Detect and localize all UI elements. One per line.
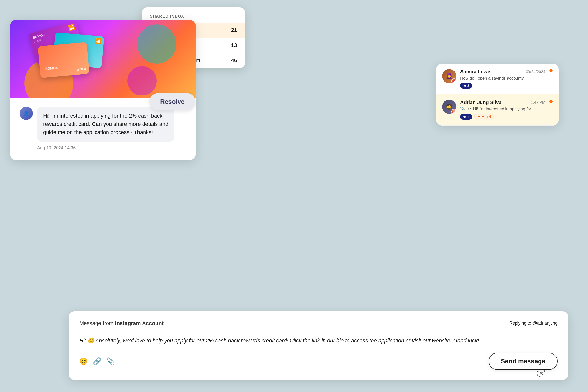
message-composer-card: Message from Instagram Account Replying … (68, 312, 568, 380)
adrian-name: Adrian Jung Silva (460, 100, 502, 105)
adrian-star-badge: ★ 1 (460, 114, 472, 120)
chat-message-text: Hi! I'm interested in applying for the 2… (43, 113, 168, 136)
avatar: 👤 (20, 107, 33, 120)
chat-message-row: 👤 Hi! I'm interested in applying for the… (20, 107, 186, 142)
resolve-button[interactable]: Resolve (150, 93, 196, 110)
samira-status-dot (549, 69, 553, 72)
avatar-face: 👤 (20, 107, 33, 120)
emoji-icon[interactable]: 😊 (79, 357, 88, 365)
credit-card-3: SOMOS VISA (38, 42, 90, 78)
chat-card: SOMOSCredit 📶 📶 SOMOS VISA 👤 Hi! I'm int… (10, 20, 196, 160)
samira-preview: How do I open a savings account? (460, 76, 546, 81)
samira-star-count: 2 (467, 84, 469, 88)
send-message-button[interactable]: Send message (488, 352, 558, 370)
svg-rect-3 (453, 110, 455, 113)
message-toolbar: 😊 🔗 📎 Send message (79, 352, 558, 370)
adrian-star-count: 1 (467, 115, 469, 119)
samira-star-badge: ★ 2 (460, 83, 472, 89)
svg-point-1 (454, 80, 454, 82)
inbox-team-count: 46 (231, 57, 237, 64)
conversation-item-adrian[interactable]: 🧔 Adrian Jung Silva 1:47 PM 📎 ↩ Hi! I'm … (436, 94, 558, 126)
adrian-status-dot (549, 100, 553, 103)
svg-point-4 (454, 111, 454, 112)
star-icon-2: ★ (463, 115, 466, 119)
samira-name: Samira Lewis (460, 69, 492, 75)
attachment-icon[interactable]: 📎 (106, 357, 115, 365)
svg-rect-0 (453, 80, 455, 82)
chat-bubble: Hi! I'm interested in applying for the 2… (37, 107, 174, 142)
inbox-all-count: 21 (231, 27, 237, 33)
message-from-source: Instagram Account (115, 320, 164, 326)
reply-to-user: @adrianjung (533, 321, 558, 326)
message-header: Message from Instagram Account Replying … (79, 320, 558, 331)
samira-badges: ★ 2 (460, 83, 546, 89)
message-from-label: Message (79, 320, 101, 326)
samira-time: 09/24/2024 (526, 70, 546, 74)
message-icons: 😊 🔗 📎 (79, 357, 115, 365)
card-image: SOMOSCredit 📶 📶 SOMOS VISA (10, 20, 196, 98)
blob-teal (137, 24, 176, 64)
svg-point-2 (454, 80, 455, 81)
message-body: Hi! 😊 Absolutely, we'd love to help you … (79, 336, 558, 345)
samira-conversation-body: Samira Lewis 09/24/2024 How do I open a … (460, 69, 546, 89)
instagram-badge-samira (451, 78, 456, 83)
star-icon: ★ (463, 84, 466, 88)
adrian-time: 1:47 PM (531, 100, 546, 105)
reply-to: Replying to @adrianjung (510, 321, 558, 326)
inbox-assigned-count: 13 (231, 42, 237, 48)
svg-point-5 (454, 111, 455, 112)
adrian-avatar: 🧔 (442, 100, 456, 114)
warning-icon: ⚠ (477, 115, 480, 119)
adrian-conversation-body: Adrian Jung Silva 1:47 PM 📎 ↩ Hi! I'm in… (460, 100, 546, 120)
link-icon[interactable]: 🔗 (93, 357, 102, 365)
attachment-icon: 📎 (460, 107, 465, 112)
adrian-badges: ★ 1 ⚠ ⚠ -1d (460, 114, 546, 120)
conversation-list-card: 🧕 Samira Lewis 09/24/2024 How do I open … (436, 64, 558, 126)
chat-timestamp: Aug 10, 2024 14:36 (37, 146, 186, 150)
instagram-badge-adrian (451, 109, 456, 114)
adrian-warning-text: ⚠ -1d (482, 115, 491, 119)
conversation-item-samira[interactable]: 🧕 Samira Lewis 09/24/2024 How do I open … (436, 64, 558, 94)
samira-avatar: 🧕 (442, 69, 456, 83)
reply-icon: ↩ (468, 107, 471, 112)
adrian-preview: 📎 ↩ Hi! I'm interested in applying for (460, 106, 546, 112)
blob-purple (127, 66, 157, 96)
adrian-warning-badge: ⚠ ⚠ -1d (474, 114, 494, 120)
